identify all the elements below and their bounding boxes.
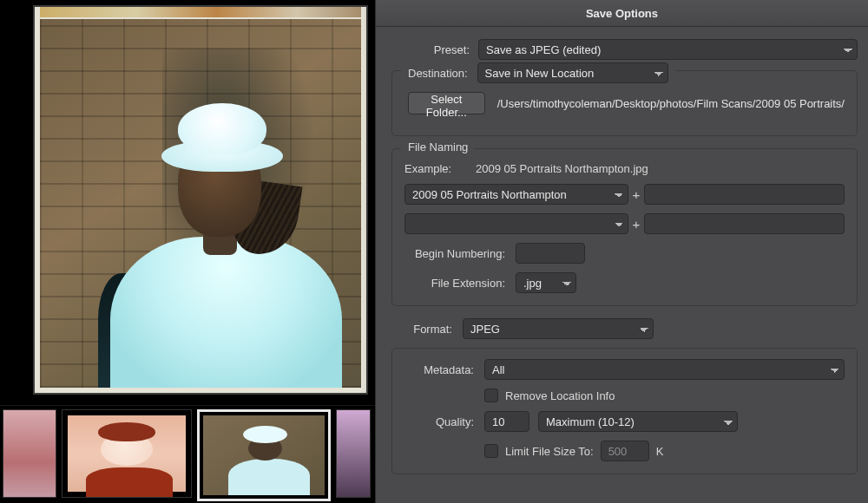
metadata-select[interactable]: All [484,359,845,380]
metadata-label: Metadata: [404,363,484,376]
thumbnail-3[interactable] [336,409,371,498]
file-naming-group: File Naming Example: 2009 05 Portraits N… [391,148,858,306]
remove-location-checkbox[interactable]: Remove Location Info [484,389,615,402]
limit-file-size-unit: K [656,445,664,458]
name-part-1b-input[interactable] [644,184,845,205]
destination-path: /Users/timothycoleman/Desktop/photos/Fil… [497,97,845,110]
destination-group: Destination: Save in New Location Select… [391,70,858,136]
quality-preset-select[interactable]: Maximum (10-12) [538,411,738,432]
panel-title: Save Options [586,7,658,20]
file-naming-group-label: File Naming [401,140,475,154]
preset-label: Preset: [391,43,478,56]
format-row: Format: JPEG [391,318,858,339]
plus-icon: + [628,217,644,232]
thumbnail-0[interactable] [3,409,56,498]
thumbnail-2-selected[interactable] [197,409,331,501]
image-preview-area [0,0,375,405]
thumbnail-1[interactable] [62,409,192,498]
plus-icon: + [628,187,644,202]
film-edge-strip [40,7,361,17]
name-part-2-select[interactable] [404,213,628,234]
begin-numbering-input [516,243,585,264]
name-part-1-select[interactable]: 2009 05 Portraits Northampton [404,184,628,205]
destination-group-label: Destination: Save in New Location [401,62,675,83]
checkbox-icon [484,389,498,402]
tshirt-torso [110,237,342,388]
panel-titlebar: Save Options [376,0,868,27]
photo [40,19,361,388]
format-label: Format: [391,323,463,336]
preset-select[interactable]: Save as JPEG (edited) [478,39,858,60]
workspace-top: Save Options Preset: Save as JPEG (edite… [0,0,868,405]
limit-file-size-checkbox[interactable]: Limit File Size To: [484,444,594,458]
format-select[interactable]: JPEG [463,318,654,339]
format-group: Metadata: All Remove Location Info [391,348,858,474]
quality-label: Quality: [404,415,484,428]
destination-mode-select[interactable]: Save in New Location [477,62,668,83]
white-cap [161,103,284,170]
example-label: Example: [404,162,476,175]
checkbox-icon [484,444,498,458]
quality-input[interactable] [484,411,529,432]
save-options-panel: Save Options Preset: Save as JPEG (edite… [375,0,868,503]
preset-row: Preset: Save as JPEG (edited) [391,39,858,60]
subject-person [98,86,342,389]
example-value: 2009 05 Portraits Northampton.jpg [476,162,648,175]
photo-frame [33,5,368,395]
app-root: Save Options Preset: Save as JPEG (edite… [0,0,868,503]
begin-numbering-label: Begin Numbering: [404,247,516,260]
panel-body: Preset: Save as JPEG (edited) Destinatio… [376,27,868,474]
cap-crown [178,103,266,155]
file-extension-select[interactable]: .jpg [516,272,576,293]
select-folder-button[interactable]: Select Folder... [408,92,485,114]
file-extension-label: File Extension: [404,277,516,290]
limit-file-size-input [601,441,649,461]
name-part-2b-input[interactable] [644,213,845,234]
